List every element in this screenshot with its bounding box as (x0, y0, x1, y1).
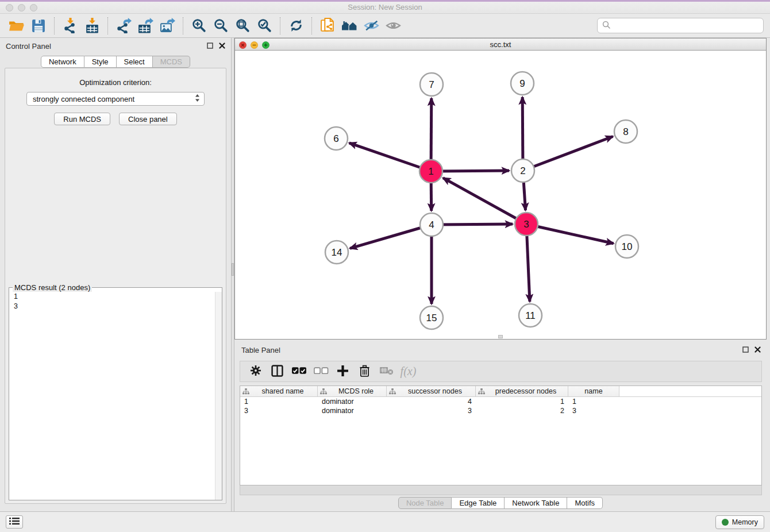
memory-button[interactable]: Memory (715, 515, 764, 529)
node-9[interactable]: 9 (511, 72, 534, 95)
run-mcds-button[interactable]: Run MCDS (54, 113, 110, 125)
gear-button[interactable] (247, 363, 264, 380)
titlebar: Session: New Session (0, 0, 770, 14)
split-panel-button[interactable] (269, 363, 286, 380)
node-table[interactable]: shared nameMCDS rolesuccessor nodesprede… (240, 385, 762, 485)
list-icon (9, 517, 20, 527)
column-header-predecessor-nodes[interactable]: predecessor nodes (476, 386, 568, 396)
tree-icon (320, 388, 327, 395)
table-tabs: Node TableEdge TableNetwork TableMotifs (234, 497, 767, 509)
zoom-selected-button[interactable] (253, 16, 275, 36)
tab-mcds[interactable]: MCDS (153, 56, 190, 68)
node-7[interactable]: 7 (420, 73, 443, 96)
result-scrollbar[interactable] (215, 292, 222, 500)
cell-name: 1 (568, 398, 619, 406)
eye-icon (386, 20, 401, 32)
close-table-panel-icon[interactable] (754, 346, 761, 353)
svg-text:8: 8 (623, 126, 628, 137)
tab-edge-table[interactable]: Edge Table (452, 497, 505, 509)
toolbar-separator (183, 17, 183, 34)
uncheck-all-icon (313, 367, 329, 377)
float-panel-icon[interactable] (207, 43, 213, 49)
result-item: 3 (9, 302, 222, 311)
tab-select[interactable]: Select (117, 56, 153, 68)
optimization-criterion-select[interactable]: strongly connected component (26, 92, 205, 106)
zoom-fit-icon (236, 18, 250, 33)
export-table-icon (138, 18, 153, 33)
column-header-name[interactable]: name (568, 386, 619, 396)
application-window: Session: New Session Control Panel Netwo… (0, 0, 770, 532)
table-row[interactable]: 1dominator411 (240, 397, 761, 406)
table-horizontal-scrollbar[interactable] (240, 485, 762, 495)
edge-3-10[interactable] (526, 224, 614, 244)
tab-style[interactable]: Style (84, 56, 117, 68)
node-15[interactable]: 15 (420, 306, 443, 329)
search-input[interactable] (613, 18, 763, 33)
close-panel-button[interactable]: Close panel (119, 113, 177, 125)
edge-2-8[interactable] (523, 137, 613, 171)
edge-3-1[interactable] (443, 178, 526, 224)
close-panel-icon[interactable] (219, 43, 225, 49)
cell-predecessor-nodes: 1 (476, 398, 568, 406)
node-3[interactable]: 3 (515, 213, 538, 236)
task-history-button[interactable] (6, 515, 23, 529)
column-header-shared-name[interactable]: shared name (240, 386, 318, 396)
export-table-button[interactable] (134, 16, 156, 36)
node-14[interactable]: 14 (325, 241, 348, 264)
tree-icon (478, 388, 485, 395)
export-image-button[interactable] (156, 16, 178, 36)
delete-table-button (378, 363, 395, 380)
node-1[interactable]: 1 (419, 160, 442, 183)
save-floppy-icon (32, 19, 45, 33)
import-table-button[interactable] (81, 16, 103, 36)
tab-network[interactable]: Network (41, 56, 84, 68)
node-8[interactable]: 8 (614, 120, 637, 143)
add-column-button[interactable] (334, 363, 351, 380)
resize-grip[interactable] (498, 335, 503, 338)
result-item: 1 (9, 292, 222, 302)
mcds-result-list[interactable]: 13 (9, 292, 222, 500)
import-table-icon (84, 18, 100, 33)
zoom-in-button[interactable] (188, 16, 210, 36)
table-row[interactable]: 3dominator323 (240, 406, 761, 415)
table-panel-title: Table Panel (241, 346, 280, 354)
import-network-button[interactable] (59, 16, 81, 36)
export-network-button[interactable] (113, 16, 134, 36)
edge-1-6[interactable] (349, 143, 431, 171)
svg-text:6: 6 (333, 133, 338, 144)
svg-text:14: 14 (332, 247, 342, 258)
table-panel-header: Table Panel (234, 342, 767, 358)
open-folder-button[interactable] (6, 16, 28, 36)
check-all-button[interactable] (291, 363, 307, 380)
zoom-fit-button[interactable] (232, 16, 253, 36)
splitter-handle[interactable] (232, 263, 234, 276)
node-4[interactable]: 4 (420, 213, 443, 236)
zoom-out-button[interactable] (210, 16, 232, 36)
save-floppy-button[interactable] (28, 16, 49, 36)
eye-button[interactable] (382, 16, 404, 36)
network-canvas[interactable]: 1234678910111415 (235, 51, 766, 339)
tab-motifs[interactable]: Motifs (567, 497, 603, 509)
float-table-panel-icon[interactable] (742, 346, 749, 353)
node-10[interactable]: 10 (615, 235, 638, 258)
column-header-successor-nodes[interactable]: successor nodes (387, 386, 476, 396)
eye-slash-button[interactable] (360, 16, 382, 36)
column-header-mcds-role[interactable]: MCDS role (318, 386, 387, 396)
node-2[interactable]: 2 (511, 159, 534, 182)
refresh-button[interactable] (285, 16, 307, 36)
edge-4-14[interactable] (350, 225, 432, 248)
uncheck-all-button[interactable] (313, 363, 329, 380)
node-6[interactable]: 6 (325, 127, 348, 150)
cell-successor-nodes: 4 (387, 398, 476, 406)
network-window-titlebar[interactable]: scc.txt (235, 38, 766, 51)
table-toolbar: f(x) (240, 361, 762, 382)
clone-network-button[interactable] (317, 16, 338, 36)
search-box[interactable] (597, 18, 764, 33)
node-11[interactable]: 11 (519, 304, 542, 327)
tab-node-table[interactable]: Node Table (398, 497, 452, 509)
svg-text:7: 7 (429, 79, 434, 90)
houses-button[interactable] (338, 16, 360, 36)
tab-network-table[interactable]: Network Table (505, 497, 567, 509)
window-title: Session: New Session (0, 3, 770, 11)
delete-column-button[interactable] (356, 363, 373, 380)
